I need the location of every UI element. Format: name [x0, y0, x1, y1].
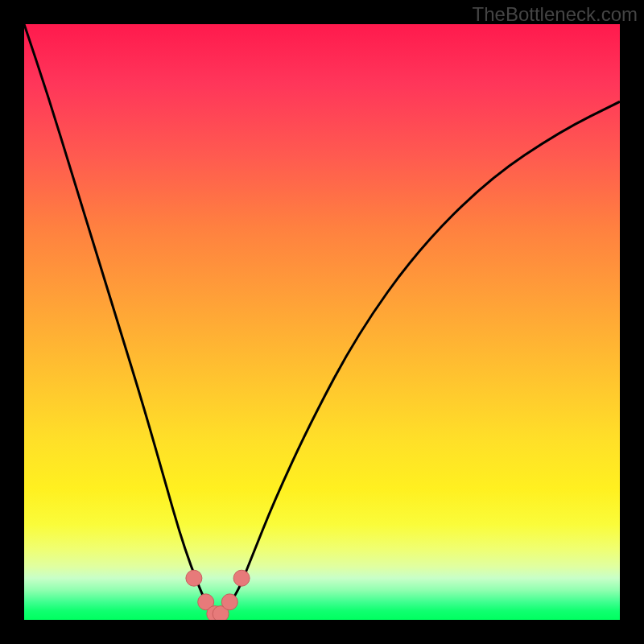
curve-path [24, 24, 620, 614]
attribution-text: TheBottleneck.com [473, 3, 638, 26]
curve-marker [233, 570, 250, 586]
curve-markers [186, 570, 250, 620]
plot-area [24, 24, 620, 620]
curve-marker [186, 570, 202, 586]
chart-frame: TheBottleneck.com [0, 0, 644, 644]
curve-marker [221, 594, 237, 610]
bottleneck-curve [24, 24, 620, 620]
